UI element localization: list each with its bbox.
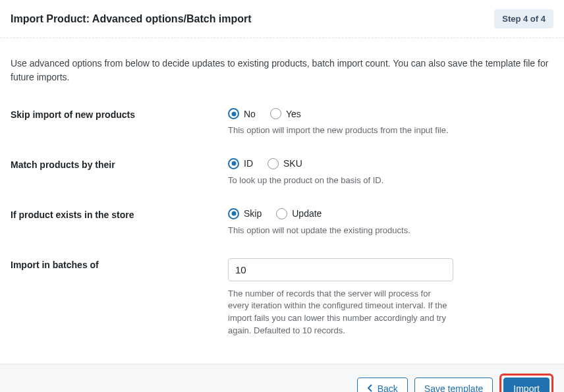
radio-label: SKU xyxy=(283,158,302,169)
radio-exists-update[interactable]: Update xyxy=(276,208,322,219)
page-title: Import Product: Advanced options/Batch i… xyxy=(11,13,252,25)
back-button[interactable]: Back xyxy=(357,378,408,392)
chevron-left-icon xyxy=(367,384,374,392)
radio-label: ID xyxy=(244,158,253,169)
radio-match-sku[interactable]: SKU xyxy=(268,158,302,169)
help-skip-new: This option will import the new products… xyxy=(228,125,553,137)
radio-icon xyxy=(276,208,287,219)
back-button-label: Back xyxy=(378,383,398,392)
header-bar: Import Product: Advanced options/Batch i… xyxy=(0,0,564,38)
save-template-label: Save template xyxy=(424,383,484,392)
radio-icon xyxy=(270,108,281,119)
radio-group-if-exists: Skip Update xyxy=(228,208,553,219)
radio-skip-new-no[interactable]: No xyxy=(228,108,256,119)
import-button-highlight: Import xyxy=(499,374,553,392)
help-batches: The number of records that the server wi… xyxy=(228,288,453,337)
label-batches: Import in batches of xyxy=(11,258,228,270)
label-match-by: Match products by their xyxy=(11,158,228,170)
label-skip-new: Skip import of new products xyxy=(11,108,228,120)
help-if-exists: This option will not update the existing… xyxy=(228,225,553,237)
field-if-exists: Skip Update This option will not update … xyxy=(228,208,553,237)
field-match-by: ID SKU To look up the product on the bas… xyxy=(228,158,553,187)
radio-icon xyxy=(228,108,239,119)
row-match-by: Match products by their ID SKU To look u… xyxy=(11,148,553,198)
radio-group-match-by: ID SKU xyxy=(228,158,553,169)
row-batches: Import in batches of The number of recor… xyxy=(11,248,553,348)
footer-actions: Back Save template Import xyxy=(0,364,564,392)
intro-text: Use advanced options from below to decid… xyxy=(0,38,564,90)
radio-match-id[interactable]: ID xyxy=(228,158,253,169)
radio-label: Update xyxy=(292,208,322,219)
radio-label: Skip xyxy=(244,208,262,219)
radio-group-skip-new: No Yes xyxy=(228,108,553,119)
save-template-button[interactable]: Save template xyxy=(414,378,494,392)
import-step-panel: Import Product: Advanced options/Batch i… xyxy=(0,0,564,392)
radio-icon xyxy=(268,158,279,169)
import-button[interactable]: Import xyxy=(503,378,550,392)
batch-size-input[interactable] xyxy=(228,258,453,281)
radio-skip-new-yes[interactable]: Yes xyxy=(270,108,301,119)
radio-label: No xyxy=(244,109,256,119)
radio-exists-skip[interactable]: Skip xyxy=(228,208,262,219)
label-if-exists: If product exists in the store xyxy=(11,208,228,220)
field-skip-new: No Yes This option will import the new p… xyxy=(228,108,553,137)
help-match-by: To look up the product on the basis of I… xyxy=(228,175,553,187)
radio-icon xyxy=(228,208,239,219)
field-batches: The number of records that the server wi… xyxy=(228,258,553,337)
row-skip-new-products: Skip import of new products No Yes This … xyxy=(11,98,553,148)
radio-label: Yes xyxy=(286,109,301,119)
step-badge: Step 4 of 4 xyxy=(494,9,553,28)
import-button-label: Import xyxy=(513,383,540,392)
row-if-exists: If product exists in the store Skip Upda… xyxy=(11,198,553,248)
radio-icon xyxy=(228,158,239,169)
form: Skip import of new products No Yes This … xyxy=(0,90,564,364)
